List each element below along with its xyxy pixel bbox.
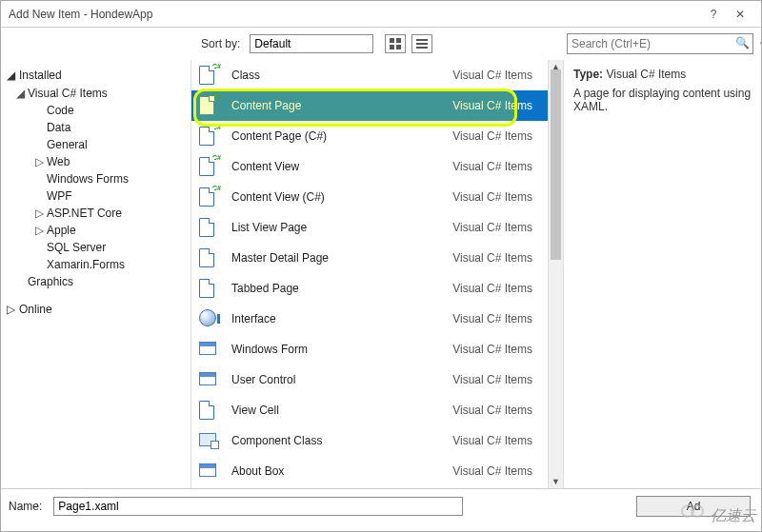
page-csharp-icon [199, 187, 218, 207]
template-item-tabbed-page[interactable]: Tabbed PageVisual C# Items [191, 273, 548, 304]
template-item-content-page[interactable]: Content PageVisual C# Items [191, 90, 548, 121]
svg-rect-3 [396, 45, 401, 49]
svg-rect-4 [416, 39, 428, 41]
template-item-name: Class [231, 69, 439, 82]
template-item-name: View Cell [231, 404, 439, 417]
tree-item-label: Web [47, 155, 70, 168]
template-item-windows-form[interactable]: Windows FormVisual C# Items [191, 334, 548, 365]
template-item-name: Interface [231, 312, 439, 325]
template-item-content-page-c-[interactable]: Content Page (C#)Visual C# Items [191, 121, 548, 151]
template-item-name: Content Page [231, 99, 439, 112]
tree-item-visual-c-items[interactable]: ◢Visual C# Items [5, 85, 187, 102]
template-item-name: Content Page (C#) [231, 129, 439, 143]
template-item-category: Visual C# Items [452, 99, 540, 112]
page-icon [199, 401, 218, 420]
tree-item-label: Windows Forms [47, 172, 129, 186]
tree-item-label: General [47, 138, 88, 151]
tree-item-label: ASP.NET Core [47, 207, 122, 220]
tree-item-windows-forms[interactable]: Windows Forms [5, 170, 187, 187]
tree-section-online[interactable]: ▷ Online [5, 300, 187, 319]
template-item-category: Visual C# Items [452, 312, 540, 325]
template-item-name: List View Page [231, 221, 439, 234]
tree-item-label: Xamarin.Forms [47, 258, 125, 271]
tree-item-xamarin-forms[interactable]: Xamarin.Forms [5, 256, 187, 273]
window-title: Add New Item - HondewApp [9, 8, 700, 21]
expand-icon: ▷ [7, 303, 15, 316]
tree-item-asp-net-core[interactable]: ▷ASP.NET Core [5, 205, 187, 222]
tree-item-label: SQL Server [47, 241, 106, 254]
view-large-icons-button[interactable] [385, 34, 406, 53]
svg-rect-6 [416, 47, 428, 49]
page-csharp-icon [199, 66, 218, 85]
info-type-label: Type: [573, 68, 603, 81]
page-csharp-icon [199, 127, 218, 146]
tree-item-data[interactable]: Data [5, 119, 187, 136]
template-item-master-detail-page[interactable]: Master Detail PageVisual C# Items [191, 243, 548, 273]
expand-icon: ▷ [35, 207, 47, 220]
svg-rect-0 [390, 38, 394, 43]
view-list-button[interactable] [411, 34, 432, 53]
page-icon [199, 248, 218, 267]
tree-item-web[interactable]: ▷Web [5, 153, 187, 170]
name-input[interactable] [53, 497, 463, 516]
close-button[interactable]: ✕ [727, 8, 753, 21]
tree-item-sql-server[interactable]: SQL Server [5, 239, 187, 256]
template-item-name: Content View (C#) [231, 190, 439, 204]
template-item-category: Visual C# Items [452, 282, 540, 295]
scroll-thumb[interactable] [551, 69, 561, 260]
component-icon [199, 431, 218, 450]
tree-item-graphics[interactable]: Graphics [5, 273, 187, 290]
tree-item-label: Apple [47, 224, 76, 237]
help-button[interactable]: ? [700, 8, 727, 21]
template-item-class[interactable]: ClassVisual C# Items [191, 60, 548, 90]
search-input [567, 33, 753, 54]
template-item-category: Visual C# Items [452, 129, 540, 143]
template-item-name: Content View [231, 160, 439, 173]
search-icon: 🔍 [735, 36, 750, 49]
tree-item-apple[interactable]: ▷Apple [5, 222, 187, 239]
tree-section-label: Installed [19, 69, 62, 82]
template-list: ClassVisual C# ItemsContent PageVisual C… [191, 60, 548, 488]
tree-item-code[interactable]: Code [5, 102, 187, 119]
info-type: Type: Visual C# Items [573, 68, 752, 81]
template-item-user-control[interactable]: User ControlVisual C# Items [191, 365, 548, 395]
sort-value [250, 34, 373, 53]
template-item-content-view-c-[interactable]: Content View (C#)Visual C# Items [191, 182, 548, 212]
template-item-category: Visual C# Items [452, 160, 540, 173]
info-description: A page for displaying content using XAML… [573, 87, 752, 113]
template-item-category: Visual C# Items [452, 373, 540, 386]
watermark: 亿速云 [680, 502, 756, 526]
template-item-category: Visual C# Items [452, 251, 540, 265]
template-item-name: Tabbed Page [231, 282, 439, 295]
svg-rect-1 [396, 38, 401, 43]
scroll-down-icon[interactable]: ▼ [549, 475, 563, 488]
template-item-name: Component Class [231, 434, 439, 447]
template-item-view-cell[interactable]: View CellVisual C# Items [191, 395, 548, 425]
collapse-icon: ◢ [7, 69, 15, 82]
tree-item-wpf[interactable]: WPF [5, 187, 187, 205]
template-item-category: Visual C# Items [452, 190, 540, 204]
template-item-name: Master Detail Page [231, 251, 439, 265]
tree-item-label: WPF [47, 189, 72, 203]
template-item-category: Visual C# Items [452, 221, 540, 234]
page-csharp-icon [199, 157, 218, 176]
form-icon [199, 370, 218, 389]
tree-section-installed[interactable]: ◢ Installed [5, 66, 187, 85]
template-item-about-box[interactable]: About BoxVisual C# Items [191, 456, 548, 486]
template-list-panel: ClassVisual C# ItemsContent PageVisual C… [191, 60, 563, 488]
tree-item-general[interactable]: General [5, 136, 187, 153]
page-icon [199, 279, 218, 298]
sort-dropdown[interactable] [250, 34, 373, 53]
collapse-icon: ◢ [16, 87, 28, 100]
template-item-component-class[interactable]: Component ClassVisual C# Items [191, 425, 548, 456]
template-item-category: Visual C# Items [452, 434, 540, 447]
interface-icon [199, 309, 218, 328]
template-item-list-view-page[interactable]: List View PageVisual C# Items [191, 212, 548, 243]
template-item-content-view[interactable]: Content ViewVisual C# Items [191, 151, 548, 182]
expand-icon: ▷ [35, 224, 47, 237]
search-box[interactable]: 🔍 ▾ [567, 33, 753, 54]
expand-icon: ▷ [35, 155, 47, 168]
scrollbar[interactable]: ▲ ▼ [548, 60, 563, 488]
category-tree: ◢ Installed ◢Visual C# ItemsCodeDataGene… [1, 60, 191, 488]
template-item-interface[interactable]: InterfaceVisual C# Items [191, 304, 548, 334]
